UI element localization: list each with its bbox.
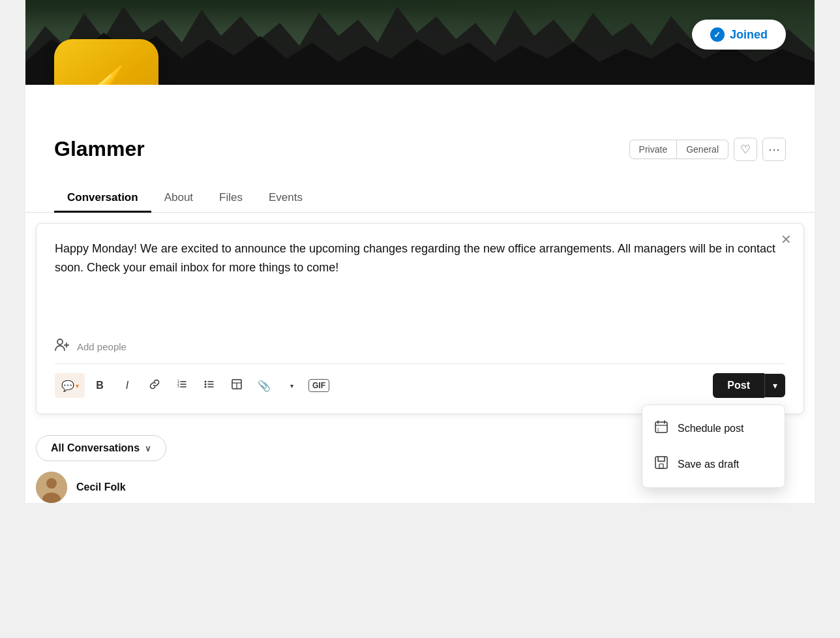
lightning-icon: ⚡ (77, 68, 136, 85)
app-icon: ⚡ (54, 39, 158, 85)
avatar-image (36, 472, 67, 503)
svg-point-0 (57, 339, 63, 344)
tab-files-label: Files (219, 191, 243, 204)
save-draft-icon (654, 455, 668, 473)
privacy-type: Private (630, 140, 677, 159)
avatar (36, 472, 67, 503)
bold-icon: B (96, 380, 104, 391)
hero-banner-container: ⚡ ✓ Joined (25, 0, 815, 85)
svg-point-12 (205, 386, 207, 388)
tab-files[interactable]: Files (206, 185, 256, 213)
table-icon (231, 378, 243, 393)
ordered-list-button[interactable]: 1 2 3 (170, 373, 194, 398)
conversations-chevron-icon: ∨ (145, 444, 151, 453)
svg-rect-21 (655, 457, 667, 468)
all-conversations-label: All Conversations (51, 442, 140, 454)
save-draft-label: Save as draft (678, 459, 739, 470)
tab-events-label: Events (269, 191, 303, 204)
svg-text:3: 3 (177, 384, 179, 388)
compose-chevron-icon: ▾ (76, 382, 79, 389)
header-actions: Private General ♡ ⋯ (629, 138, 786, 161)
app-icon-wrapper: ⚡ (54, 39, 158, 85)
more-options-button[interactable]: ⋯ (762, 138, 786, 161)
attachment-chevron-icon: ▾ (290, 382, 293, 389)
tab-about-label: About (164, 191, 193, 204)
table-button[interactable] (224, 373, 249, 398)
svg-point-11 (205, 384, 207, 386)
compose-close-button[interactable]: ✕ (781, 233, 792, 246)
attachment-button[interactable]: 📎 (252, 373, 277, 398)
post-chevron-icon: ▾ (773, 380, 777, 391)
italic-button[interactable]: I (115, 373, 140, 398)
hero-banner: ⚡ ✓ Joined (25, 0, 815, 85)
link-icon (149, 378, 160, 393)
gif-icon: GIF (308, 379, 329, 392)
compose-toolbar: 💬 ▾ B I (55, 373, 785, 398)
schedule-post-label: Schedule post (678, 423, 743, 434)
post-dropdown: 1 Schedule post (642, 404, 785, 488)
content-wrapper: Glammer Private General ♡ ⋯ Conversation… (25, 85, 815, 503)
italic-icon: I (126, 380, 128, 391)
post-button[interactable]: Post (713, 373, 764, 398)
ordered-list-icon: 1 2 3 (176, 378, 188, 393)
svg-rect-22 (659, 464, 663, 468)
post-label: Post (727, 380, 750, 391)
svg-point-24 (46, 478, 57, 489)
svg-text:1: 1 (657, 427, 659, 432)
favorite-button[interactable]: ♡ (734, 138, 757, 161)
tabs-nav: Conversation About Files Events (25, 172, 815, 213)
post-chevron-button[interactable]: ▾ (764, 374, 785, 397)
tab-events[interactable]: Events (256, 185, 316, 213)
privacy-badge: Private General (629, 140, 728, 159)
all-conversations-button[interactable]: All Conversations ∨ (36, 435, 166, 461)
page-wrapper: ⚡ ✓ Joined Glammer Private General ♡ ⋯ (0, 0, 840, 638)
add-people-placeholder[interactable]: Add people (77, 341, 127, 352)
add-people-icon (55, 337, 70, 356)
schedule-icon: 1 (654, 419, 668, 437)
compose-icon: 💬 (61, 380, 74, 392)
post-button-group: Post ▾ (713, 373, 785, 398)
compose-type-button[interactable]: 💬 ▾ (55, 373, 85, 398)
link-button[interactable] (142, 373, 167, 398)
compose-card: ✕ Happy Monday! We are excited to announ… (36, 223, 804, 414)
schedule-post-item[interactable]: 1 Schedule post (642, 410, 785, 446)
compose-body-text[interactable]: Happy Monday! We are excited to announce… (55, 239, 785, 324)
attachment-chevron-button[interactable]: ▾ (279, 373, 304, 398)
profile-header: Glammer Private General ♡ ⋯ (25, 85, 815, 161)
tab-conversation[interactable]: Conversation (54, 185, 151, 213)
save-draft-item[interactable]: Save as draft (642, 446, 785, 482)
bullet-list-button[interactable] (197, 373, 222, 398)
privacy-channel: General (677, 140, 728, 159)
bold-button[interactable]: B (87, 373, 112, 398)
joined-button[interactable]: ✓ Joined (692, 20, 786, 50)
svg-point-10 (205, 381, 207, 383)
joined-check-icon: ✓ (710, 27, 725, 42)
gif-button[interactable]: GIF (307, 373, 331, 398)
joined-label: Joined (730, 28, 768, 42)
bullet-list-icon (203, 378, 215, 393)
tab-about[interactable]: About (151, 185, 206, 213)
attachment-icon: 📎 (258, 380, 271, 392)
group-name: Glammer (54, 137, 145, 161)
add-people-row: Add people (55, 337, 785, 364)
author-name: Cecil Folk (76, 481, 126, 493)
tab-conversation-label: Conversation (67, 191, 138, 204)
